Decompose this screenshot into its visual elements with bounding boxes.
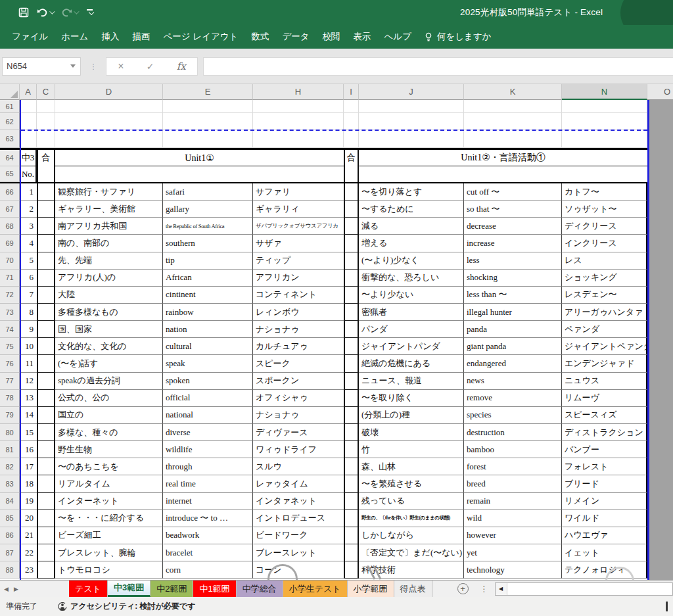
cell-c79[interactable] [37,407,55,424]
cell-e76[interactable]: speak [163,355,253,372]
cell-k66[interactable]: cut off 〜 [464,183,562,201]
cell-d78[interactable]: 公式の、公の [55,390,163,407]
ribbon-tab-0[interactable]: ファイル [5,25,55,49]
row-header-74[interactable]: 74 [0,321,20,338]
ribbon-tab-1[interactable]: ホーム [55,25,95,49]
cell-j87[interactable]: 〔否定文で〕まだ(〜ない) [359,544,464,561]
cell-h81[interactable]: ワィゥドライフ [253,441,344,458]
cell-n74[interactable]: ペァンダ [562,321,647,338]
insert-function-icon[interactable]: fx [177,60,186,72]
cell-e77[interactable]: spoken [163,373,253,390]
row-header-78[interactable]: 78 [0,390,20,407]
tell-me-box[interactable]: 何をしますか [425,31,492,43]
row-header-70[interactable]: 70 [0,252,20,270]
cell-j77[interactable]: ニュース、報道 [359,373,464,390]
cell-i88[interactable] [344,561,359,579]
cell-e84[interactable]: internet [163,493,253,510]
cell-n88[interactable]: テクノォロジィ [562,561,647,579]
cell-h63[interactable] [253,130,344,148]
cell-d66[interactable]: 観察旅行・サファリ [55,183,163,201]
select-all-button[interactable] [0,84,20,100]
cell-e75[interactable]: cultural [163,338,253,355]
cell-i85[interactable] [344,510,359,527]
cell-i68[interactable] [344,218,359,235]
undo-dropdown-icon[interactable] [49,9,55,14]
cell-i81[interactable] [344,441,359,458]
cell-e81[interactable]: wildlife [163,441,253,458]
sheet-tab-2[interactable]: 中2範囲 [151,580,193,597]
cell-i86[interactable] [344,527,359,544]
cell-j63[interactable] [359,130,464,148]
cell-i87[interactable] [344,544,359,561]
cell-a76[interactable]: 11 [20,355,37,372]
cell-d63[interactable] [55,130,163,148]
cell-e72[interactable]: cintinent [163,287,253,304]
horizontal-scrollbar[interactable]: ◀ [495,582,673,596]
cell-e71[interactable]: African [163,270,253,287]
cell-h70[interactable]: ティップ [253,252,344,270]
cell-n86[interactable]: ハウエヴァ [562,527,647,544]
cell-n77[interactable]: ニュウス [562,373,647,390]
column-header-k[interactable]: K [464,84,562,100]
cell-n69[interactable]: インクリース [562,235,647,252]
cell-d79[interactable]: 国立の [55,407,163,424]
cell-j73[interactable]: 密猟者 [359,304,464,321]
cell-a84[interactable]: 19 [20,493,37,510]
cell-h75[interactable]: カルチュアゥ [253,338,344,355]
cell-a74[interactable]: 9 [20,321,37,338]
cell-e70[interactable]: tip [163,252,253,270]
cell-j72[interactable]: 〜より少ない [359,287,464,304]
row-header-62[interactable]: 62 [0,113,20,130]
cell-e85[interactable]: introduce 〜 to … [163,510,253,527]
cell-n82[interactable]: フォレスト [562,458,647,475]
row-header-61[interactable]: 61 [0,100,20,113]
cell-n84[interactable]: リメイン [562,493,647,510]
save-button[interactable] [16,7,32,18]
cell-i75[interactable] [344,338,359,355]
sheet-nav-left-icon[interactable]: ◀ [4,586,9,592]
cell-k85[interactable]: wild [464,510,562,527]
row-header-85[interactable]: 85 [0,510,20,527]
cell-c63[interactable] [37,130,55,148]
cell-i71[interactable] [344,270,359,287]
column-header-n[interactable]: N [562,84,647,100]
cell-k77[interactable]: news [464,373,562,390]
column-header-o[interactable]: O [647,84,673,100]
cell-h71[interactable]: アフリカン [253,270,344,287]
cell-h62[interactable] [253,113,344,130]
cell-e82[interactable]: through [163,458,253,475]
cell-d71[interactable]: アフリカ(人)の [55,270,163,287]
cell-a88[interactable]: 23 [20,561,37,579]
cell-c88[interactable] [37,561,55,579]
row-header-63[interactable]: 63 [0,130,20,148]
cell-h61[interactable] [253,100,344,113]
cell-j75[interactable]: ジャイアントパンダ [359,338,464,355]
cell-n81[interactable]: バンブー [562,441,647,458]
cell-k67[interactable]: so that 〜 [464,201,562,218]
cell-j85[interactable]: 野生の、〔theを伴い〕野生(のままの状態) [359,510,464,527]
cell-a68[interactable]: 3 [20,218,37,235]
sheet-nav-right-icon[interactable]: ▶ [14,586,18,592]
sheet-tab-7[interactable]: 得点表 [394,580,432,597]
row-header-65[interactable]: 65 [0,166,20,183]
cell-d67[interactable]: ギャラリー、美術館 [55,201,163,218]
cell-n63[interactable] [562,130,647,148]
cell-n73[interactable]: アリーガゥハンタァ [562,304,647,321]
cell-d75[interactable]: 文化的な、文化の [55,338,163,355]
ribbon-tab-5[interactable]: 数式 [244,25,275,49]
cell-c73[interactable] [37,304,55,321]
check-header-right[interactable]: 合 [344,150,359,182]
cell-i82[interactable] [344,458,359,475]
cell-c81[interactable] [37,441,55,458]
cell-e86[interactable]: beadwork [163,527,253,544]
sheet-tab-5[interactable]: 小学生テスト [283,580,348,597]
cell-h87[interactable]: ブレースレット [253,544,344,561]
cell-k81[interactable]: bamboo [464,441,562,458]
cell-h79[interactable]: ナショナゥ [253,407,344,424]
cell-n71[interactable]: ショッキング [562,270,647,287]
cell-e62[interactable] [163,113,253,130]
cell-d77[interactable]: speakの過去分詞 [55,373,163,390]
check-header-left[interactable]: 合 [37,150,55,182]
cell-n87[interactable]: イェット [562,544,647,561]
cell-k71[interactable]: shocking [464,270,562,287]
